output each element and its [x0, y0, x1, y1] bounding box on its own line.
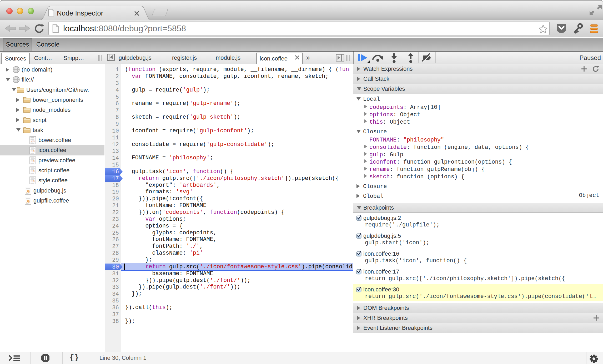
svg-text:JS: JS: [31, 170, 34, 173]
svg-text:JS: JS: [26, 200, 30, 203]
svg-text:JS: JS: [31, 139, 34, 143]
svg-text:JS: JS: [31, 159, 34, 163]
svg-text:JS: JS: [31, 180, 34, 183]
svg-text:JS: JS: [26, 190, 30, 193]
svg-text:JS: JS: [31, 149, 34, 153]
